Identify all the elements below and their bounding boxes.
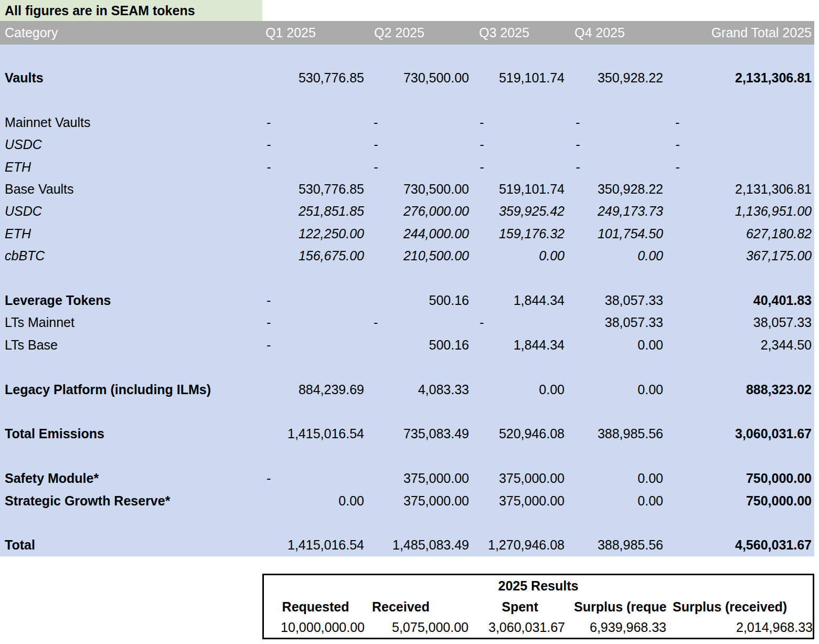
value-cell[interactable]: 388,985.56	[568, 539, 666, 552]
value-cell[interactable]: 0.00	[472, 249, 568, 262]
value-cell[interactable]: -	[568, 138, 666, 151]
value-cell[interactable]: -	[367, 161, 472, 174]
value-cell[interactable]: -	[472, 138, 568, 151]
value-cell[interactable]: 888,323.02	[666, 383, 814, 396]
value-cell[interactable]: 375,000.00	[472, 472, 568, 485]
value-cell[interactable]: -	[262, 294, 367, 307]
value-cell[interactable]: 500.16	[367, 339, 472, 352]
value-cell[interactable]: 1,844.34	[472, 339, 568, 352]
row-label-cell[interactable]: cbBTC	[0, 249, 262, 262]
value-cell[interactable]: 38,057.33	[568, 316, 666, 329]
value-cell[interactable]: 3,060,031.67	[666, 427, 814, 440]
row-label-cell[interactable]: Strategic Growth Reserve*	[0, 494, 262, 508]
value-cell[interactable]: 375,000.00	[367, 472, 472, 485]
value-cell[interactable]: 1,485,083.49	[367, 539, 472, 552]
results-header-cell-surplus-received[interactable]: Surplus (received)	[666, 600, 813, 614]
value-cell[interactable]: 367,175.00	[666, 249, 814, 262]
value-cell[interactable]: 4,083.33	[367, 383, 472, 396]
value-cell[interactable]: 0.00	[568, 249, 666, 262]
value-cell[interactable]: 375,000.00	[472, 494, 568, 508]
value-cell[interactable]: -	[472, 116, 568, 129]
row-label-cell[interactable]: Legacy Platform (including ILMs)	[0, 383, 262, 396]
value-cell[interactable]: 0.00	[262, 494, 367, 508]
row-label-cell[interactable]: USDC	[0, 138, 262, 151]
value-cell[interactable]: -	[568, 161, 666, 174]
note-cell[interactable]: All figures are in SEAM tokens	[0, 0, 262, 21]
results-header-cell-requested[interactable]: Requested	[264, 600, 367, 614]
value-cell[interactable]: 2,131,306.81	[666, 71, 814, 85]
results-value-cell[interactable]: 2,014,968.33	[666, 621, 813, 634]
row-label-cell[interactable]: ETH	[0, 227, 262, 240]
value-cell[interactable]: -	[666, 138, 814, 151]
value-cell[interactable]: 350,928.22	[568, 71, 666, 85]
value-cell[interactable]: 0.00	[568, 339, 666, 352]
value-cell[interactable]: 0.00	[568, 383, 666, 396]
results-header-cell-received[interactable]: Received	[367, 600, 472, 614]
value-cell[interactable]: 0.00	[568, 472, 666, 485]
value-cell[interactable]: 0.00	[568, 494, 666, 508]
value-cell[interactable]: 375,000.00	[367, 494, 472, 508]
value-cell[interactable]: 122,250.00	[262, 227, 367, 240]
value-cell[interactable]: 0.00	[472, 383, 568, 396]
value-cell[interactable]: 38,057.33	[568, 294, 666, 307]
value-cell[interactable]: 276,000.00	[367, 205, 472, 218]
value-cell[interactable]: 4,560,031.67	[666, 539, 814, 552]
results-header-cell-spent[interactable]: Spent	[472, 600, 568, 614]
value-cell[interactable]: -	[472, 316, 568, 329]
value-cell[interactable]: 627,180.82	[666, 227, 814, 240]
value-cell[interactable]: 156,675.00	[262, 249, 367, 262]
value-cell[interactable]: 1,844.34	[472, 294, 568, 307]
value-cell[interactable]: -	[262, 472, 367, 485]
value-cell[interactable]: 251,851.85	[262, 205, 367, 218]
row-label-cell[interactable]: LTs Base	[0, 339, 262, 352]
value-cell[interactable]: -	[262, 161, 367, 174]
results-header-cell-surplus-requested[interactable]: Surplus (requested)	[568, 600, 666, 614]
row-label-cell[interactable]: Leverage Tokens	[0, 294, 262, 307]
column-header-q2-2025[interactable]: Q2 2025	[367, 25, 472, 40]
value-cell[interactable]: -	[666, 116, 814, 129]
row-label-cell[interactable]: USDC	[0, 205, 262, 218]
value-cell[interactable]: 388,985.56	[568, 427, 666, 440]
value-cell[interactable]: -	[367, 316, 472, 329]
value-cell[interactable]: 244,000.00	[367, 227, 472, 240]
row-label-cell[interactable]: Vaults	[0, 71, 262, 85]
value-cell[interactable]: 359,925.42	[472, 205, 568, 218]
value-cell[interactable]: 530,776.85	[262, 183, 367, 196]
column-header-q4-2025[interactable]: Q4 2025	[568, 25, 666, 40]
value-cell[interactable]: 38,057.33	[666, 316, 814, 329]
value-cell[interactable]: -	[262, 339, 367, 352]
results-value-cell[interactable]: 10,000,000.00	[264, 621, 367, 634]
row-label-cell[interactable]: LTs Mainnet	[0, 316, 262, 329]
value-cell[interactable]: 730,500.00	[367, 183, 472, 196]
value-cell[interactable]: 40,401.83	[666, 294, 814, 307]
column-header-category[interactable]: Category	[0, 25, 262, 40]
column-header-grand-total-2025[interactable]: Grand Total 2025	[666, 25, 814, 40]
value-cell[interactable]: 249,173.73	[568, 205, 666, 218]
column-header-q1-2025[interactable]: Q1 2025	[262, 25, 367, 40]
value-cell[interactable]: 530,776.85	[262, 71, 367, 85]
value-cell[interactable]: -	[666, 161, 814, 174]
value-cell[interactable]: -	[472, 161, 568, 174]
results-value-cell[interactable]: 5,075,000.00	[367, 621, 472, 634]
value-cell[interactable]: 2,131,306.81	[666, 183, 814, 196]
value-cell[interactable]: 2,344.50	[666, 339, 814, 352]
row-label-cell[interactable]: Base Vaults	[0, 183, 262, 196]
value-cell[interactable]: 1,270,946.08	[472, 539, 568, 552]
value-cell[interactable]: 735,083.49	[367, 427, 472, 440]
value-cell[interactable]: 1,415,016.54	[262, 539, 367, 552]
value-cell[interactable]: 519,101.74	[472, 71, 568, 85]
row-label-cell[interactable]: ETH	[0, 161, 262, 174]
value-cell[interactable]: 210,500.00	[367, 249, 472, 262]
value-cell[interactable]: 350,928.22	[568, 183, 666, 196]
value-cell[interactable]: 750,000.00	[666, 494, 814, 508]
value-cell[interactable]: 884,239.69	[262, 383, 367, 396]
row-label-cell[interactable]: Total Emissions	[0, 427, 262, 440]
value-cell[interactable]: 1,136,951.00	[666, 205, 814, 218]
value-cell[interactable]: -	[367, 138, 472, 151]
value-cell[interactable]: 730,500.00	[367, 71, 472, 85]
value-cell[interactable]: 1,415,016.54	[262, 427, 367, 440]
value-cell[interactable]: 750,000.00	[666, 472, 814, 485]
results-value-cell[interactable]: 3,060,031.67	[472, 621, 568, 634]
row-label-cell[interactable]: Total	[0, 539, 262, 552]
value-cell[interactable]: 519,101.74	[472, 183, 568, 196]
